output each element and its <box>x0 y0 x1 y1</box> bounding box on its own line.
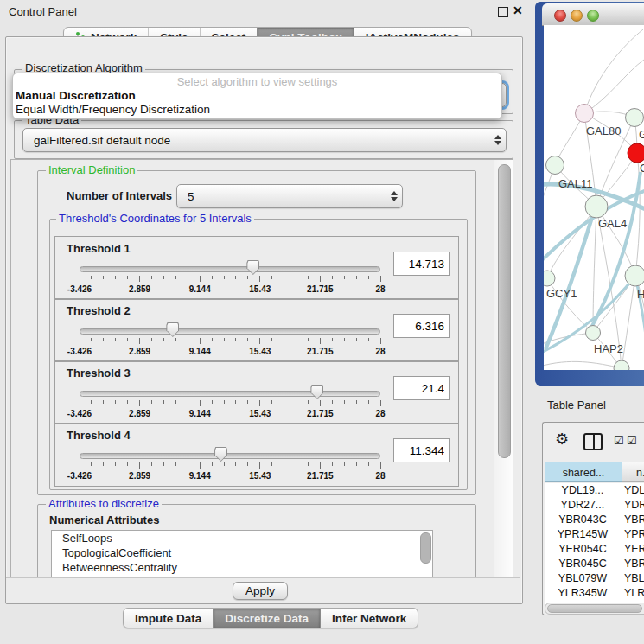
float-window-icon[interactable] <box>498 7 508 17</box>
slider-tick <box>115 276 116 279</box>
node-label-clipped-right: C <box>640 162 644 175</box>
network-canvas[interactable]: GAL80 GA C GAL11 GAL4 GCY1 H HAP2 <box>544 25 644 370</box>
cell-name[interactable]: YDL1 <box>621 483 644 498</box>
checkbox-checked-icon[interactable]: ☑ <box>627 434 637 447</box>
slider-thumb[interactable] <box>246 260 259 275</box>
gear-icon[interactable]: ⚙ <box>555 431 569 447</box>
tab-discretize-data[interactable]: Discretize Data <box>213 609 320 628</box>
cell-name[interactable]: YBL0 <box>621 571 644 586</box>
vertical-scrollbar[interactable] <box>494 160 513 578</box>
close-traffic-light[interactable] <box>554 10 566 22</box>
thresholds-group-title: Threshold's Coordinates for 5 Intervals <box>56 213 254 224</box>
table-row[interactable]: YDR27...YDR2 <box>545 498 644 513</box>
table-row[interactable]: YLR345WYLR3 <box>545 586 644 601</box>
table-row[interactable]: YPR145WYPR1 <box>545 527 644 542</box>
list-scrollbar-thumb[interactable] <box>420 532 431 564</box>
slider-thumb[interactable] <box>214 447 227 462</box>
split-columns-icon[interactable] <box>583 433 603 450</box>
network-node-right[interactable] <box>625 265 644 286</box>
apply-button[interactable]: Apply <box>233 582 288 600</box>
numerical-attributes-list[interactable]: SelfLoopsTopologicalCoefficientBetweenne… <box>51 530 433 579</box>
cell-shared-name[interactable]: YBR045C <box>545 557 621 571</box>
slider-thumb[interactable] <box>310 385 323 399</box>
slider-track[interactable] <box>80 266 380 272</box>
cell-name[interactable]: YLR3 <box>621 586 644 601</box>
network-node-top-right[interactable] <box>626 109 644 127</box>
table-data-combobox[interactable]: galFiltered.sif default node <box>22 128 507 152</box>
table-row[interactable]: YBR043CYBR0 <box>545 513 644 527</box>
network-node-gal4[interactable] <box>585 195 608 218</box>
zoom-traffic-light[interactable] <box>587 10 599 22</box>
slider-scale-label: 28 <box>375 471 385 481</box>
table-row[interactable]: YDL19...YDL1 <box>545 483 644 498</box>
checkbox-checked-icon[interactable]: ☑ <box>614 434 624 447</box>
slider-rail[interactable]: -3.4262.8599.14415.4321.71528 <box>80 384 380 420</box>
network-node-gal80[interactable] <box>576 105 594 123</box>
slider-tick <box>271 462 272 466</box>
slider-scale-label: 15.43 <box>249 284 271 294</box>
cell-name[interactable]: YBR0 <box>621 557 644 571</box>
threshold-value-input[interactable] <box>393 438 450 462</box>
slider-scale-label: 2.859 <box>129 284 150 294</box>
num-intervals-combobox[interactable]: 5 <box>176 184 403 208</box>
slider-tick <box>224 462 225 466</box>
slider-tick <box>247 276 248 279</box>
network-node-hap2[interactable] <box>586 326 601 341</box>
tab-impute-data[interactable]: Impute Data <box>124 609 213 628</box>
algorithm-option[interactable]: Manual Discretization <box>13 89 501 103</box>
slider-track[interactable] <box>80 391 380 397</box>
slider-rail[interactable]: -3.4262.8599.14415.4321.71528 <box>80 322 380 358</box>
cell-shared-name[interactable]: YDL19... <box>545 483 621 498</box>
horizontal-scrollbar[interactable] <box>545 603 644 615</box>
slider-track[interactable] <box>80 453 380 459</box>
column-header-name[interactable]: n... <box>622 462 644 482</box>
threshold-value-input[interactable] <box>393 376 450 400</box>
table-row[interactable]: YER054CYER0 <box>545 542 644 557</box>
horizontal-scrollbar-thumb[interactable] <box>547 604 642 613</box>
slider-tick <box>212 276 213 279</box>
slider-rail[interactable]: -3.4262.8599.14415.4321.71528 <box>80 259 380 296</box>
attribute-item[interactable]: SelfLoops <box>52 531 432 545</box>
slider-thumb[interactable] <box>166 322 179 337</box>
cell-shared-name[interactable]: YBR043C <box>545 513 621 527</box>
screen: Control Panel ✕ NetworkStyleSelectCyni T… <box>0 0 644 644</box>
slider-rail[interactable]: -3.4262.8599.14415.4321.71528 <box>80 446 380 482</box>
network-node-gcy1[interactable] <box>544 271 555 286</box>
network-node-selected-red[interactable] <box>628 143 644 163</box>
minimize-traffic-light[interactable] <box>571 10 583 22</box>
threshold-label: Threshold 2 <box>67 304 131 317</box>
slider-tick <box>151 462 152 466</box>
slider-tick <box>139 276 140 282</box>
cell-shared-name[interactable]: YER054C <box>545 542 621 557</box>
close-icon[interactable]: ✕ <box>513 3 523 17</box>
attribute-item[interactable]: BetweennessCentrality <box>52 560 432 575</box>
slider-track[interactable] <box>80 328 380 335</box>
table-row[interactable]: YBR045CYBR0 <box>545 557 644 571</box>
settings-scroll-area: Interval Definition Number of Intervals … <box>10 159 513 579</box>
slider-tick <box>139 400 140 406</box>
slider-tick <box>91 276 92 279</box>
table-row[interactable]: YBL079WYBL0 <box>545 571 644 586</box>
threshold-value-input[interactable] <box>393 252 450 276</box>
slider-scale-label: 28 <box>375 409 385 418</box>
slider-tick <box>271 400 272 404</box>
cell-shared-name[interactable]: YDR27... <box>545 498 621 513</box>
slider-tick <box>200 276 201 282</box>
cell-name[interactable]: YDR2 <box>621 498 644 513</box>
vertical-scrollbar-thumb[interactable] <box>498 164 511 458</box>
cell-name[interactable]: YER0 <box>621 542 644 557</box>
cell-name[interactable]: YBR0 <box>621 513 644 527</box>
attribute-item[interactable]: TopologicalCoefficient <box>52 545 432 560</box>
slider-scale-label: 21.715 <box>307 471 334 481</box>
cell-shared-name[interactable]: YPR145W <box>545 527 621 542</box>
column-header-shared[interactable]: shared... <box>545 462 622 482</box>
network-node-gal11[interactable] <box>546 156 564 175</box>
cell-name[interactable]: YPR1 <box>621 527 644 542</box>
tab-infer-network[interactable]: Infer Network <box>320 609 418 628</box>
cell-shared-name[interactable]: YLR345W <box>545 586 621 601</box>
algorithm-option[interactable]: Equal Width/Frequency Discretization <box>13 103 501 117</box>
network-window-titlebar[interactable] <box>542 3 644 26</box>
threshold-value-input[interactable] <box>393 314 450 338</box>
cell-shared-name[interactable]: YBL079W <box>545 571 621 586</box>
slider-scale-label: -3.426 <box>67 471 92 481</box>
